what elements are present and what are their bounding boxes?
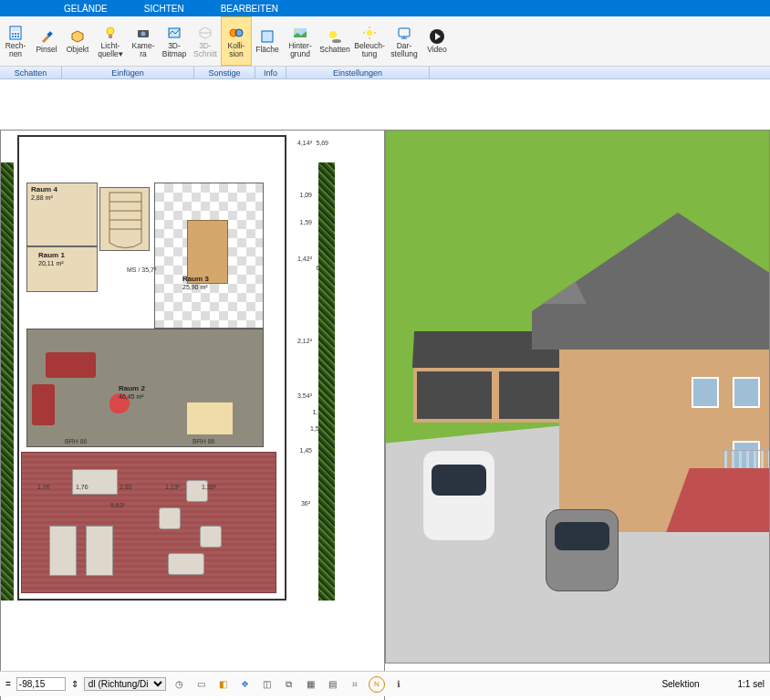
status-equals: = (5, 679, 11, 689)
menu-bearbeiten[interactable]: BEARBEITEN (221, 4, 278, 14)
dim-label: 1,45 (299, 447, 312, 454)
svg-rect-27 (399, 28, 410, 37)
ribbon-toolbar: Rech- nen Pinsel Objekt Licht- quelle▾ K… (0, 16, 770, 67)
car-grey (546, 509, 619, 591)
status-scale: 1:1 sel (738, 679, 765, 689)
bitmap3d-button[interactable]: 3D- Bitmap (159, 16, 190, 66)
hintergrund-label: Hinter- grund (284, 42, 317, 58)
dim-label: 4,14² (297, 140, 312, 146)
darstellung-button[interactable]: Dar- stellung (387, 16, 421, 66)
menu-bar: GELÄNDE SICHTEN BEARBEITEN (0, 0, 770, 16)
monitor-icon[interactable]: ▭ (193, 676, 210, 693)
dim-label: 2,12² (297, 338, 312, 344)
svg-rect-10 (109, 35, 112, 38)
cube-icon[interactable]: ◧ (215, 676, 232, 693)
svg-point-2 (12, 33, 14, 35)
status-selektion: Selektion (661, 679, 699, 689)
schnitt3d-button[interactable]: 3D- Schnitt (190, 16, 221, 66)
svg-point-9 (107, 27, 114, 35)
group-info: Info (255, 67, 286, 78)
room1-label: Raum 120,11 m² (38, 251, 65, 267)
dim-label: BRH 86 (65, 438, 88, 444)
collision-icon (228, 25, 245, 41)
shadow-icon (327, 28, 343, 45)
svg-point-19 (297, 29, 299, 32)
lichtquelle-button[interactable]: Licht- quelle▾ (93, 16, 128, 66)
beleuchtung-button[interactable]: Beleuch- tung (352, 16, 387, 66)
darstellung-label: Dar- stellung (388, 42, 421, 58)
object-icon (69, 28, 86, 45)
kollision-label: Kolli- sion (223, 42, 250, 58)
house (532, 213, 770, 532)
lighting-icon (361, 25, 378, 41)
car-white (422, 450, 495, 541)
direction-dropdown[interactable]: dl (Richtung/Di (84, 677, 166, 691)
dim-label: 3,54² (297, 392, 312, 399)
svg-point-7 (17, 36, 19, 37)
3d-viewport[interactable] (385, 130, 770, 663)
svg-point-20 (329, 31, 337, 38)
rechnen-button[interactable]: Rech- nen (0, 16, 31, 66)
outdoor-sofa (72, 469, 118, 495)
kollision-button[interactable]: Kolli- sion (221, 16, 252, 66)
schatten-button[interactable]: Schatten (317, 16, 352, 66)
objekt-label: Objekt (67, 46, 89, 54)
dim-label: 1,76 (76, 484, 88, 490)
status-bar: = ⇕ dl (Richtung/Di ◷ ▭ ◧ ❖ ◫ ⧉ ▦ ▤ ⌗ N … (0, 671, 770, 696)
history-icon[interactable]: ◷ (172, 676, 188, 693)
group-schatten: Schatten (0, 67, 62, 78)
pinsel-label: Pinsel (36, 46, 57, 54)
group-sonstige: Sonstige (194, 67, 255, 78)
svg-point-6 (15, 36, 16, 37)
dim-label: 2,02 (120, 484, 132, 490)
room-4[interactable]: Raum 42,88 m² (26, 183, 98, 246)
dim-label: 1,59 (299, 219, 312, 225)
3d-scene (386, 131, 769, 663)
coordinate-input[interactable] (16, 677, 66, 691)
dim-label: 5,69 (316, 140, 328, 146)
video-button[interactable]: Video (421, 16, 453, 66)
side-table (187, 402, 233, 434)
svg-point-12 (141, 31, 146, 36)
building-outline: Raum 42,88 m² Raum 120,11 m² Raum 325,90… (17, 135, 286, 601)
objekt-button[interactable]: Objekt (62, 16, 93, 66)
spinner-icon[interactable]: ⇕ (71, 679, 78, 689)
dim-label: 9,63² (110, 502, 125, 508)
outdoor-bench (168, 553, 204, 575)
menu-gelaende[interactable]: GELÄNDE (64, 4, 108, 14)
info-icon[interactable]: ℹ (390, 676, 407, 693)
camera-icon (135, 25, 151, 41)
section-icon (197, 25, 213, 41)
hintergrund-button[interactable]: Hinter- grund (283, 16, 317, 66)
north-icon[interactable]: N (369, 676, 385, 693)
hedge-right (318, 162, 335, 601)
mesh-icon[interactable]: ▦ (303, 676, 319, 693)
floorplan-viewport[interactable]: Raum 42,88 m² Raum 120,11 m² Raum 325,90… (0, 130, 385, 700)
rechnen-label: Rech- nen (1, 42, 30, 58)
flaeche-button[interactable]: Fläche (252, 16, 283, 66)
menu-sichten[interactable]: SICHTEN (144, 4, 184, 14)
background-icon (292, 25, 308, 41)
brush-icon (38, 28, 55, 45)
room4-label: Raum 42,88 m² (31, 185, 57, 202)
display-icon (396, 25, 412, 41)
room-1[interactable]: Raum 120,11 m² (26, 246, 98, 292)
svg-point-3 (15, 33, 16, 35)
room-3[interactable]: Raum 325,90 m² (154, 183, 264, 329)
svg-point-5 (12, 36, 14, 37)
workspace: Raum 42,88 m² Raum 120,11 m² Raum 325,90… (0, 79, 770, 663)
layers-icon[interactable]: ❖ (237, 676, 254, 693)
room3-label: Raum 325,90 m² (182, 275, 209, 291)
staircase[interactable] (99, 187, 150, 251)
window (733, 377, 760, 408)
pinsel-button[interactable]: Pinsel (31, 16, 62, 66)
hash-icon[interactable]: ⌗ (347, 676, 363, 693)
svg-point-22 (367, 30, 372, 36)
outdoor-table-1 (159, 507, 181, 529)
snap-icon[interactable]: ◫ (259, 676, 276, 693)
link-icon[interactable]: ⧉ (281, 676, 297, 693)
grid-icon[interactable]: ▤ (325, 676, 341, 693)
kamera-button[interactable]: Kame- ra (128, 16, 159, 66)
terrace[interactable] (21, 452, 276, 593)
room-2[interactable]: Raum 246,45 m² (26, 329, 264, 447)
